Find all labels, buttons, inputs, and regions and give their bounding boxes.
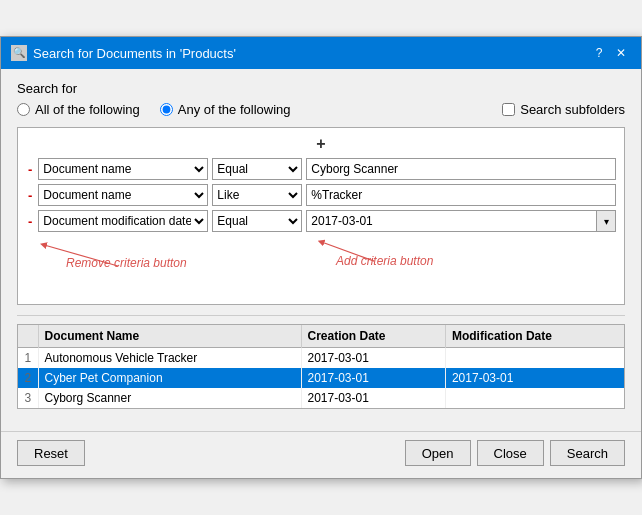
col-creation-date: Creation Date xyxy=(301,325,445,348)
window-close-button[interactable]: ✕ xyxy=(611,43,631,63)
op-select-3[interactable]: Equal Greater than Less than xyxy=(212,210,302,232)
table-row[interactable]: 1 Autonomous Vehicle Tracker 2017-03-01 xyxy=(18,348,624,369)
radio-any-label[interactable]: Any of the following xyxy=(160,102,291,117)
add-criteria-button[interactable]: + xyxy=(316,136,325,152)
row-modification-date: 2017-03-01 xyxy=(445,368,624,388)
row-modification-date xyxy=(445,348,624,369)
table-row[interactable]: 3 Cyborg Scanner 2017-03-01 xyxy=(18,388,624,408)
add-annotation: Add criteria button xyxy=(336,254,433,268)
row-creation-date: 2017-03-01 xyxy=(301,348,445,369)
remove-criteria-button-1[interactable]: - xyxy=(26,162,34,177)
row-doc-name: Cyber Pet Companion xyxy=(38,368,301,388)
col-doc-name: Document Name xyxy=(38,325,301,348)
field-select-1[interactable]: Document name Document modification date… xyxy=(38,158,208,180)
search-button[interactable]: Search xyxy=(550,440,625,466)
row-num: 1 xyxy=(18,348,38,369)
radio-any[interactable] xyxy=(160,103,173,116)
field-select-3[interactable]: Document name Document modification date… xyxy=(38,210,208,232)
section-divider xyxy=(17,315,625,316)
results-table: Document Name Creation Date Modification… xyxy=(18,325,624,408)
table-header-row: Document Name Creation Date Modification… xyxy=(18,325,624,348)
value-input-2[interactable] xyxy=(306,184,616,206)
criteria-row-2: - Document name Document modification da… xyxy=(26,184,616,206)
subfolders-checkbox[interactable] xyxy=(502,103,515,116)
row-doc-name: Cyborg Scanner xyxy=(38,388,301,408)
criteria-row-3: - Document name Document modification da… xyxy=(26,210,616,232)
title-bar-left: 🔍 Search for Documents in 'Products' xyxy=(11,45,236,61)
row-creation-date: 2017-03-01 xyxy=(301,368,445,388)
row-modification-date xyxy=(445,388,624,408)
criteria-row-1: - Document name Document modification da… xyxy=(26,158,616,180)
date-value-wrap-3: ▾ xyxy=(306,210,616,232)
subfolders-text: Search subfolders xyxy=(520,102,625,117)
close-button[interactable]: Close xyxy=(477,440,544,466)
date-input-3[interactable] xyxy=(306,210,596,232)
title-bar: 🔍 Search for Documents in 'Products' ? ✕ xyxy=(1,37,641,69)
radio-any-text: Any of the following xyxy=(178,102,291,117)
radio-all-label[interactable]: All of the following xyxy=(17,102,140,117)
results-section: Document Name Creation Date Modification… xyxy=(17,324,625,409)
value-input-1[interactable] xyxy=(306,158,616,180)
action-buttons: Open Close Search xyxy=(405,440,625,466)
open-button[interactable]: Open xyxy=(405,440,471,466)
date-picker-button-3[interactable]: ▾ xyxy=(596,210,616,232)
subfolders-label[interactable]: Search subfolders xyxy=(502,102,625,117)
row-num: 3 xyxy=(18,388,38,408)
op-select-1[interactable]: Equal Like Not equal xyxy=(212,158,302,180)
reset-button[interactable]: Reset xyxy=(17,440,85,466)
help-button[interactable]: ? xyxy=(589,43,609,63)
row-num: 2 xyxy=(18,368,38,388)
remove-criteria-button-3[interactable]: - xyxy=(26,214,34,229)
op-select-2[interactable]: Equal Like Not equal xyxy=(212,184,302,206)
row-doc-name: Autonomous Vehicle Tracker xyxy=(38,348,301,369)
bottom-bar: Reset Open Close Search xyxy=(1,432,641,478)
field-select-2[interactable]: Document name Document modification date… xyxy=(38,184,208,206)
radio-group: All of the following Any of the followin… xyxy=(17,102,502,117)
table-row[interactable]: 2 Cyber Pet Companion 2017-03-01 2017-03… xyxy=(18,368,624,388)
dialog-title: Search for Documents in 'Products' xyxy=(33,46,236,61)
remove-annotation: Remove criteria button xyxy=(66,256,187,270)
radio-all-text: All of the following xyxy=(35,102,140,117)
criteria-section: + - Document name Document modification … xyxy=(17,127,625,305)
radio-all[interactable] xyxy=(17,103,30,116)
dialog-icon: 🔍 xyxy=(11,45,27,61)
dialog: 🔍 Search for Documents in 'Products' ? ✕… xyxy=(0,36,642,479)
dialog-content: Search for All of the following Any of t… xyxy=(1,69,641,431)
title-bar-buttons: ? ✕ xyxy=(589,43,631,63)
add-btn-row: + xyxy=(26,136,616,152)
remove-criteria-button-2[interactable]: - xyxy=(26,188,34,203)
search-for-label: Search for xyxy=(17,81,625,96)
row-creation-date: 2017-03-01 xyxy=(301,388,445,408)
annotation-area: Remove criteria button Add criteria butt… xyxy=(26,236,616,296)
col-modification-date: Modification Date xyxy=(445,325,624,348)
col-num xyxy=(18,325,38,348)
